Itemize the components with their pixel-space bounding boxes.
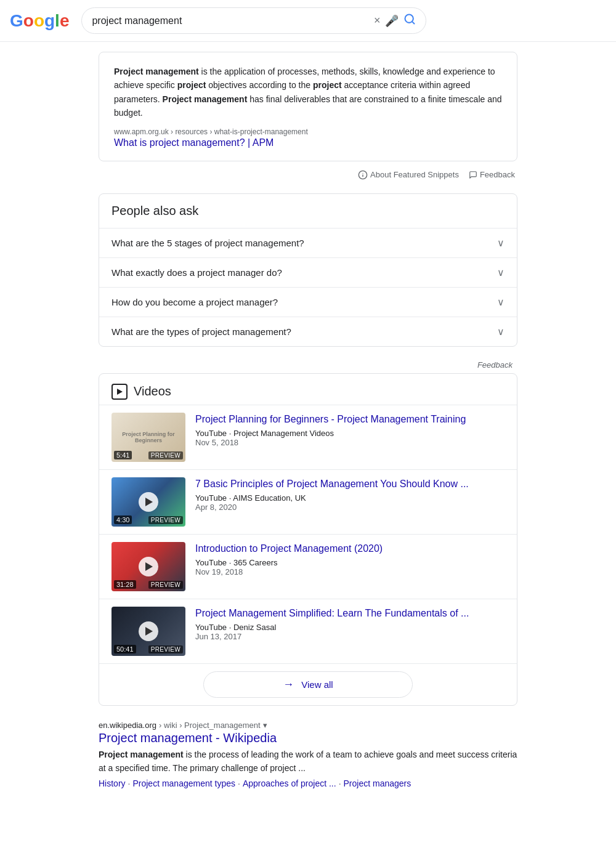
wiki-link-history[interactable]: History [99,778,126,788]
about-snippets[interactable]: About Featured Snippets [358,170,459,180]
video-info-2: 7 Basic Principles of Project Management… [195,477,505,512]
video-date-3: Nov 19, 2018 [195,567,505,576]
paa-item-3[interactable]: How do you become a project manager? ∨ [99,287,517,317]
video-preview-badge-3: PREVIEW [148,581,183,589]
chevron-down-icon-2: ∨ [497,267,505,278]
video-duration-3: 31:28 [114,580,136,589]
video-source-4: YouTube · Deniz Sasal [195,623,505,632]
view-all-row: → View all [99,663,517,705]
video-item-1: Project Planning for Beginners 5:41 PREV… [99,405,517,469]
feedback-label-top: Feedback [480,170,515,179]
chevron-down-icon-4: ∨ [497,326,505,338]
video-info-1: Project Planning for Beginners - Project… [195,413,505,447]
paa-feedback-label[interactable]: Feedback [477,360,513,370]
video-title-3[interactable]: Introduction to Project Management (2020… [195,543,383,554]
clear-icon[interactable]: × [374,14,381,27]
paa-item-4[interactable]: What are the types of project management… [99,317,517,346]
svg-marker-5 [117,389,123,395]
video-thumb-3[interactable]: 31:28 PREVIEW [111,542,185,591]
video-date-1: Nov 5, 2018 [195,438,505,447]
wiki-result-title[interactable]: Project management - Wikipedia [99,731,517,745]
paa-title: People also ask [99,194,517,228]
video-duration-4: 50:41 [114,645,136,653]
feedback-row: About Featured Snippets Feedback [99,166,517,184]
logo-o1: o [23,11,34,31]
search-bar-area: G o o g l e × 🎤 [0,0,616,42]
about-snippets-label: About Featured Snippets [370,170,459,179]
video-item-2: 4:30 PREVIEW 7 Basic Principles of Proje… [99,469,517,534]
svg-line-1 [412,22,415,24]
featured-snippet: Project management is the application of… [99,52,517,161]
video-source-1: YouTube · Project Management Videos [195,429,505,438]
videos-title: Videos [134,384,171,398]
videos-header: Videos [99,374,517,405]
play-button-2[interactable] [139,492,158,512]
paa-item-2[interactable]: What exactly does a project manager do? … [99,257,517,287]
wiki-link-approaches[interactable]: Approaches of project ... [243,778,336,788]
video-item-4: 50:41 PREVIEW Project Management Simplif… [99,599,517,663]
video-title-4[interactable]: Project Management Simplified: Learn The… [195,608,469,618]
play-button-4[interactable] [139,621,158,641]
chevron-down-icon-3: ∨ [497,296,505,308]
wiki-snippet: Project management is the process of lea… [99,748,517,775]
video-preview-badge-4: PREVIEW [148,645,183,653]
mic-icon[interactable]: 🎤 [385,14,399,28]
video-source-3: YouTube · 365 Careers [195,558,505,567]
search-input-wrapper: × 🎤 [81,7,426,34]
logo-l: l [55,11,60,31]
play-button-3[interactable] [139,557,158,576]
featured-snippet-text: Project management is the application of… [114,65,502,120]
video-info-3: Introduction to Project Management (2020… [195,542,505,576]
view-all-arrow-icon: → [283,678,294,691]
video-duration-1: 5:41 [114,451,132,459]
video-preview-badge-2: PREVIEW [148,516,183,524]
video-duration-2: 4:30 [114,515,132,524]
video-date-4: Jun 13, 2017 [195,632,505,641]
featured-snippet-link[interactable]: What is project management? | APM [114,137,502,148]
logo-g: G [10,11,23,31]
logo-g2: g [44,11,55,31]
video-source-2: YouTube · AIMS Education, UK [195,493,505,503]
video-thumb-2[interactable]: 4:30 PREVIEW [111,477,185,527]
videos-section: Videos Project Planning for Beginners 5:… [99,373,517,706]
video-info-4: Project Management Simplified: Learn The… [195,607,505,641]
wikipedia-result: en.wikipedia.org › wiki › Project_manage… [99,716,517,799]
search-icon[interactable] [403,13,416,28]
featured-snippet-source: www.apm.org.uk › resources › what-is-pro… [114,127,502,148]
wiki-link-types[interactable]: Project management types [132,778,235,788]
logo-o2: o [34,11,44,31]
video-thumb-4[interactable]: 50:41 PREVIEW [111,607,185,656]
wiki-path: › wiki › Project_management [159,721,261,730]
video-date-2: Apr 8, 2020 [195,503,505,512]
wiki-links: History · Project management types · App… [99,778,517,788]
video-preview-badge-1: PREVIEW [148,451,183,459]
main-content: Project management is the application of… [0,42,616,808]
video-thumb-1[interactable]: Project Planning for Beginners 5:41 PREV… [111,413,185,462]
logo-e: e [60,11,70,31]
video-section-icon [111,384,128,400]
wiki-domain: en.wikipedia.org [99,721,156,730]
search-input[interactable] [92,15,368,26]
google-logo: G o o g l e [10,11,69,31]
video-title-1[interactable]: Project Planning for Beginners - Project… [195,414,466,424]
video-title-2[interactable]: 7 Basic Principles of Project Management… [195,479,469,489]
featured-snippet-path: › resources › what-is-project-management [171,127,308,136]
view-all-button[interactable]: → View all [203,671,413,698]
paa-feedback-row: Feedback [99,357,517,373]
wiki-link-managers[interactable]: Project managers [344,778,411,788]
chevron-down-icon-1: ∨ [497,237,505,249]
paa-item-1[interactable]: What are the 5 stages of project managem… [99,228,517,257]
view-all-label: View all [301,679,333,690]
feedback-link-top[interactable]: Feedback [469,170,515,179]
video-item-3: 31:28 PREVIEW Introduction to Project Ma… [99,534,517,599]
wiki-breadcrumb: en.wikipedia.org › wiki › Project_manage… [99,721,517,730]
wiki-dropdown-icon[interactable]: ▾ [263,721,267,730]
people-also-ask: People also ask What are the 5 stages of… [99,193,517,347]
featured-snippet-domain: www.apm.org.uk [114,127,169,136]
